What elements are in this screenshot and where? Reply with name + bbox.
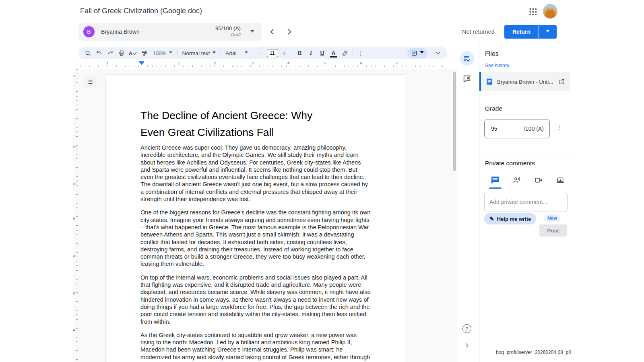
file-name: Bryanna Brown - Unti...: [497, 79, 555, 85]
account-avatar[interactable]: [543, 4, 557, 19]
grading-tool-window: Fall of Greek Civilization (Google doc) …: [0, 0, 644, 362]
comment-bank-icon[interactable]: [462, 74, 471, 83]
paragraph-style-select[interactable]: Normal text: [180, 48, 218, 58]
new-badge: New: [544, 214, 560, 222]
chevron-down-icon: [546, 30, 550, 34]
page-title: Fall of Greek Civilization (Google doc): [80, 7, 202, 15]
pencil-sparkle-icon: ✎: [489, 216, 494, 222]
more-options-icon[interactable]: ⋮: [355, 48, 366, 58]
paragraph: On top of the internal wars, economic pr…: [140, 274, 371, 325]
files-heading: Files: [485, 50, 499, 58]
help-icon[interactable]: ?: [462, 324, 471, 333]
zoom-select[interactable]: 100%: [150, 48, 175, 58]
grade-heading: Grade: [485, 105, 502, 112]
grade-input[interactable]: 95 /100 (A): [484, 119, 550, 138]
return-dropdown-button[interactable]: [539, 25, 557, 39]
decrease-font-size-button[interactable]: −: [256, 48, 266, 58]
text-comment-tab-icon[interactable]: [491, 176, 500, 184]
print-icon[interactable]: [116, 48, 127, 58]
student-grade: 95/100 (A): [215, 25, 241, 31]
chevron-down-icon: [420, 51, 424, 56]
grade-more-options-icon[interactable]: ⋮: [557, 124, 563, 130]
student-avatar: B: [83, 26, 95, 37]
paint-format-icon[interactable]: [139, 48, 149, 58]
grade-draft-state: Draft: [215, 32, 241, 37]
return-status: Not returned: [462, 29, 495, 35]
vertical-ruler: [76, 69, 78, 362]
comment-type-tabs: [491, 176, 565, 184]
grade-value: 95: [491, 125, 497, 132]
document-body: Ancient Greece was super cool. They gave…: [140, 144, 371, 362]
student-name: Bryanna Brown: [101, 29, 140, 35]
vertical-scrollbar[interactable]: [453, 72, 456, 171]
document-page[interactable]: The Decline of Ancient Greece: Why Even …: [105, 74, 405, 362]
paragraph: As the Greek city-states continued to sq…: [140, 331, 371, 362]
grade-denominator: /100 (A): [524, 125, 544, 132]
underline-button[interactable]: U: [317, 48, 328, 58]
docs-toolbar: A 100% Normal text Arial − 11 + B I: [78, 47, 447, 59]
font-size-input[interactable]: 11: [267, 49, 278, 57]
font-select[interactable]: Arial: [223, 48, 250, 58]
chevron-down-icon: [213, 51, 216, 55]
paragraph: Ancient Greece was super cool. They gave…: [140, 144, 371, 203]
see-history-link[interactable]: See history: [485, 63, 509, 68]
screen-recording-tab-icon[interactable]: [556, 176, 565, 184]
chevron-down-icon: [169, 51, 172, 55]
indent-marker[interactable]: [139, 62, 144, 68]
private-comments-heading: Private comments: [485, 160, 535, 167]
horizontal-ruler: 1 1 2 3 4 5 6 7: [80, 61, 447, 68]
document-outline-icon[interactable]: ☰: [84, 76, 97, 87]
build-version-label: boq_profuiserver_20260204.08_p0: [496, 350, 571, 355]
open-in-new-icon[interactable]: [559, 78, 565, 85]
increase-font-size-button[interactable]: +: [279, 48, 289, 58]
google-doc-icon: [486, 78, 493, 85]
hide-menus-icon[interactable]: [433, 48, 443, 58]
redo-icon[interactable]: [105, 48, 116, 58]
bold-button[interactable]: B: [295, 48, 305, 58]
undo-icon[interactable]: [94, 48, 104, 58]
chevron-down-icon: [245, 51, 248, 55]
private-comment-input[interactable]: [484, 192, 568, 212]
editing-mode-button[interactable]: [407, 48, 427, 58]
highlight-color-icon[interactable]: [340, 48, 350, 58]
previous-student-button[interactable]: [267, 27, 277, 37]
grading-panel-icon[interactable]: [460, 51, 474, 66]
spellcheck-icon[interactable]: A: [128, 48, 138, 58]
document-canvas: 1 1 2 3 4 5 6 ☰ The Decline of Ancient G…: [73, 69, 457, 362]
chevron-down-icon[interactable]: [250, 30, 254, 35]
collapse-sidebar-icon[interactable]: [463, 342, 471, 349]
search-icon[interactable]: [83, 48, 93, 58]
video-comment-tab-icon[interactable]: [534, 176, 543, 184]
italic-button[interactable]: I: [306, 48, 316, 58]
apps-grid-icon[interactable]: [528, 7, 537, 15]
text-color-button[interactable]: A: [328, 48, 339, 58]
voice-comment-tab-icon[interactable]: [512, 176, 522, 184]
file-item[interactable]: Bryanna Brown - Unti...: [479, 72, 570, 91]
next-student-button[interactable]: [285, 27, 294, 37]
help-me-write-button[interactable]: ✎ Help me write: [484, 213, 536, 224]
selected-tab-indicator: [489, 187, 502, 189]
return-button[interactable]: Return: [504, 25, 539, 39]
post-button[interactable]: Post: [539, 224, 567, 237]
student-selector[interactable]: B Bryanna Brown 95/100 (A) Draft: [78, 23, 262, 41]
window-right-border: [575, 0, 575, 362]
paragraph: One of the biggest reasons for Greece's …: [140, 209, 371, 267]
document-title: The Decline of Ancient Greece: Why Even …: [140, 107, 358, 141]
docs-chrome: A 100% Normal text Arial − 11 + B I: [73, 42, 457, 69]
